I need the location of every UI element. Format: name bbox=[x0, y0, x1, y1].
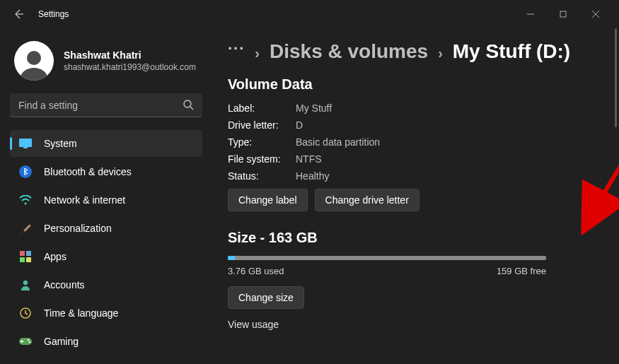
svg-line-6 bbox=[190, 107, 193, 110]
close-button[interactable] bbox=[579, 3, 612, 25]
maximize-button[interactable] bbox=[547, 3, 579, 25]
nav-item-label: Gaming bbox=[44, 336, 79, 347]
nav-item-label: System bbox=[44, 138, 77, 149]
search-icon bbox=[183, 99, 194, 113]
nav-item-bluetooth[interactable]: Bluetooth & devices bbox=[10, 158, 202, 185]
svg-rect-13 bbox=[26, 251, 31, 256]
svg-rect-11 bbox=[23, 224, 31, 232]
view-usage-link[interactable]: View usage bbox=[228, 319, 602, 330]
personalize-icon bbox=[18, 221, 33, 235]
scrollbar[interactable] bbox=[615, 0, 617, 364]
volume-data-heading: Volume Data bbox=[228, 76, 602, 93]
usage-bar bbox=[228, 256, 546, 260]
svg-rect-8 bbox=[23, 147, 28, 148]
wifi-icon bbox=[18, 193, 33, 207]
usage-used: 3.76 GB used bbox=[228, 266, 284, 276]
nav-item-label: Accounts bbox=[44, 279, 85, 290]
chevron-right-icon: › bbox=[255, 45, 260, 61]
breadcrumb-current: My Stuff (D:) bbox=[453, 40, 570, 63]
svg-rect-12 bbox=[20, 251, 25, 256]
user-profile[interactable]: Shashwat Khatri shashwat.khatri1993@outl… bbox=[10, 35, 202, 93]
svg-point-16 bbox=[23, 281, 28, 285]
account-icon bbox=[18, 278, 33, 292]
status-value: Healthy bbox=[296, 170, 329, 182]
chevron-right-icon: › bbox=[438, 45, 443, 61]
nav-item-gaming[interactable]: Gaming bbox=[10, 328, 202, 355]
gaming-icon bbox=[18, 334, 33, 348]
sidebar: Shashwat Khatri shashwat.khatri1993@outl… bbox=[0, 28, 212, 364]
svg-point-19 bbox=[28, 339, 29, 341]
nav-item-label: Personalization bbox=[44, 223, 112, 234]
svg-point-5 bbox=[184, 100, 191, 107]
usage-free: 159 GB free bbox=[497, 266, 546, 276]
system-icon bbox=[18, 136, 33, 151]
avatar bbox=[14, 41, 54, 81]
change-drive-letter-button[interactable]: Change drive letter bbox=[315, 189, 420, 211]
svg-point-20 bbox=[29, 341, 30, 343]
svg-rect-14 bbox=[20, 257, 25, 262]
nav-item-time[interactable]: Time & language bbox=[10, 300, 202, 327]
nav-item-personalize[interactable]: Personalization bbox=[10, 215, 202, 242]
bluetooth-icon bbox=[18, 165, 33, 179]
nav-item-wifi[interactable]: Network & internet bbox=[10, 187, 202, 213]
type-key: Type: bbox=[228, 136, 296, 148]
scrollbar-thumb[interactable] bbox=[615, 28, 617, 127]
label-value: My Stuff bbox=[296, 102, 332, 114]
breadcrumb-parent[interactable]: Disks & volumes bbox=[270, 40, 428, 63]
fs-value: NTFS bbox=[296, 153, 322, 165]
minimize-button[interactable] bbox=[514, 3, 547, 25]
svg-rect-15 bbox=[26, 257, 31, 262]
content-pane: ··· › Disks & volumes › My Stuff (D:) Vo… bbox=[212, 28, 619, 364]
svg-rect-7 bbox=[19, 139, 32, 147]
nav-item-label: Apps bbox=[44, 251, 66, 262]
status-key: Status: bbox=[228, 170, 296, 182]
titlebar: Settings bbox=[0, 0, 619, 28]
drive-key: Drive letter: bbox=[228, 119, 296, 131]
time-icon bbox=[18, 306, 33, 320]
type-value: Basic data partition bbox=[296, 136, 380, 148]
size-heading: Size - 163 GB bbox=[228, 230, 602, 246]
user-email: shashwat.khatri1993@outlook.com bbox=[64, 62, 196, 72]
change-size-button[interactable]: Change size bbox=[228, 286, 304, 309]
nav-item-label: Time & language bbox=[44, 307, 118, 319]
fs-key: File system: bbox=[228, 153, 296, 165]
nav-item-system[interactable]: System bbox=[10, 130, 202, 157]
label-key: Label: bbox=[228, 102, 296, 114]
svg-point-10 bbox=[25, 203, 27, 205]
apps-icon bbox=[18, 249, 33, 264]
breadcrumb: ··· › Disks & volumes › My Stuff (D:) bbox=[228, 40, 602, 64]
svg-point-4 bbox=[27, 51, 41, 65]
change-label-button[interactable]: Change label bbox=[228, 189, 308, 211]
nav-item-label: Bluetooth & devices bbox=[44, 166, 132, 177]
svg-point-9 bbox=[19, 165, 32, 178]
user-name: Shashwat Khatri bbox=[64, 49, 196, 61]
nav-list: SystemBluetooth & devicesNetwork & inter… bbox=[10, 130, 202, 355]
back-button[interactable] bbox=[7, 3, 30, 25]
search-input[interactable] bbox=[10, 93, 202, 117]
usage-bar-fill bbox=[228, 256, 235, 260]
nav-item-apps[interactable]: Apps bbox=[10, 243, 202, 270]
svg-rect-1 bbox=[560, 11, 566, 17]
breadcrumb-ellipsis[interactable]: ··· bbox=[228, 40, 245, 64]
search-box bbox=[10, 93, 202, 117]
drive-value: D bbox=[296, 119, 303, 131]
nav-item-label: Network & internet bbox=[44, 194, 125, 206]
nav-item-account[interactable]: Accounts bbox=[10, 271, 202, 298]
window-title: Settings bbox=[38, 9, 69, 19]
